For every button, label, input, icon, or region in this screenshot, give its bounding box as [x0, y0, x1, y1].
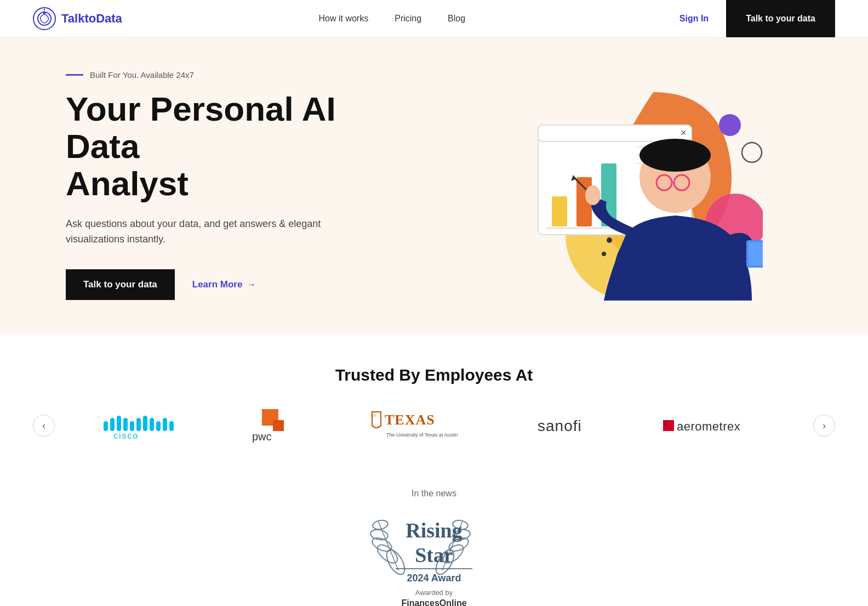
svg-point-57	[374, 542, 401, 567]
svg-point-8	[607, 237, 612, 243]
svg-text:UT: UT	[371, 414, 376, 418]
nav-link-how-it-works[interactable]: How it works	[319, 14, 369, 24]
logo-texas: UT TEXAS The University of Texas at Aust…	[366, 409, 486, 442]
navbar-cta-button[interactable]: Talk to your data	[726, 0, 835, 37]
hero-title: Your Personal AI Data Analyst	[66, 90, 406, 203]
sanofi-logo-svg: sanofi	[535, 412, 612, 439]
svg-rect-39	[136, 418, 141, 431]
hero-cta-button[interactable]: Talk to your data	[66, 269, 175, 300]
svg-text:FinancesOnline: FinancesOnline	[401, 598, 466, 606]
nav-link-pricing[interactable]: Pricing	[395, 14, 421, 24]
svg-point-7	[742, 143, 762, 162]
logos-container: cisco pwc UT TEXAS The Un	[55, 406, 813, 445]
svg-point-0	[33, 8, 55, 30]
svg-point-2	[43, 11, 46, 14]
hero-buttons: Talk to your data Learn More →	[66, 269, 406, 300]
hero-badge-text: Built For You. Available 24x7	[90, 70, 194, 80]
logo-pwc: pwc	[235, 406, 322, 445]
logo-cisco: cisco	[98, 409, 191, 442]
rising-star-badge: Rising Star 2024 Award Awarded by Financ…	[346, 507, 522, 606]
svg-point-9	[602, 252, 606, 256]
cisco-logo-svg: cisco	[98, 409, 191, 442]
logo-aerometrex: aerometrex	[660, 412, 770, 439]
svg-rect-34	[104, 421, 108, 431]
pwc-logo-svg: pwc	[245, 406, 311, 445]
navbar-actions: Sign In Talk to your data	[662, 0, 835, 37]
nav-links: How it works Pricing Blog	[319, 14, 466, 24]
svg-rect-43	[163, 418, 167, 431]
svg-rect-37	[123, 418, 128, 431]
svg-rect-35	[110, 418, 115, 431]
svg-rect-44	[169, 421, 174, 431]
svg-point-25	[639, 139, 711, 172]
nav-link-blog[interactable]: Blog	[448, 14, 465, 24]
hero-illustration-svg: ×	[445, 70, 763, 301]
hero-subtitle: Ask questions about your data, and get a…	[66, 216, 351, 248]
svg-text:The University of Texas at Aus: The University of Texas at Austin	[386, 432, 458, 438]
hero-illustration: ×	[406, 76, 802, 295]
logo-text: TalktoData	[61, 12, 122, 26]
svg-text:×: ×	[681, 127, 687, 138]
logo[interactable]: TalktoData	[33, 7, 122, 30]
signin-button[interactable]: Sign In	[662, 14, 726, 24]
hero-badge-line	[66, 74, 83, 76]
trusted-section: Trusted By Employees At ‹	[0, 333, 868, 467]
trusted-logos-row: ‹	[0, 406, 868, 445]
svg-rect-47	[273, 420, 284, 431]
news-label: In the news	[0, 489, 868, 499]
hero-badge: Built For You. Available 24x7	[66, 70, 406, 80]
svg-text:TEXAS: TEXAS	[385, 412, 435, 428]
texas-logo-svg: UT TEXAS The University of Texas at Aust…	[366, 409, 486, 442]
prev-logo-button[interactable]: ‹	[33, 415, 55, 437]
svg-text:aerometrex: aerometrex	[677, 420, 740, 433]
navbar: TalktoData How it works Pricing Blog Sig…	[0, 0, 868, 37]
trusted-title: Trusted By Employees At	[0, 366, 868, 384]
svg-text:cisco: cisco	[113, 431, 139, 440]
svg-text:2024 Award: 2024 Award	[407, 573, 461, 584]
hero-section: Built For You. Available 24x7 Your Perso…	[0, 37, 868, 333]
svg-rect-36	[117, 416, 121, 431]
next-logo-button[interactable]: ›	[813, 415, 835, 437]
svg-text:Star: Star	[415, 543, 453, 567]
svg-text:Rising: Rising	[406, 519, 462, 542]
svg-text:sanofi: sanofi	[538, 417, 582, 434]
svg-point-60	[372, 519, 389, 531]
logo-icon	[33, 7, 56, 30]
news-section: In the news Rising Star	[0, 467, 868, 606]
svg-text:pwc: pwc	[252, 431, 272, 443]
svg-rect-54	[663, 420, 669, 426]
svg-rect-40	[143, 416, 147, 431]
svg-rect-19	[552, 196, 567, 226]
svg-text:Awarded by: Awarded by	[415, 588, 453, 597]
svg-rect-42	[156, 421, 161, 431]
hero-content: Built For You. Available 24x7 Your Perso…	[66, 70, 406, 300]
learn-more-button[interactable]: Learn More →	[192, 279, 256, 290]
aerometrex-logo-svg: aerometrex	[660, 412, 770, 439]
logo-sanofi: sanofi	[529, 412, 617, 439]
svg-rect-33	[749, 242, 763, 265]
rising-star-svg: Rising Star 2024 Award Awarded by Financ…	[346, 507, 522, 606]
svg-rect-38	[130, 421, 134, 431]
svg-rect-41	[150, 418, 154, 431]
svg-point-6	[719, 114, 741, 136]
svg-rect-14	[538, 125, 692, 141]
svg-point-29	[585, 185, 601, 205]
